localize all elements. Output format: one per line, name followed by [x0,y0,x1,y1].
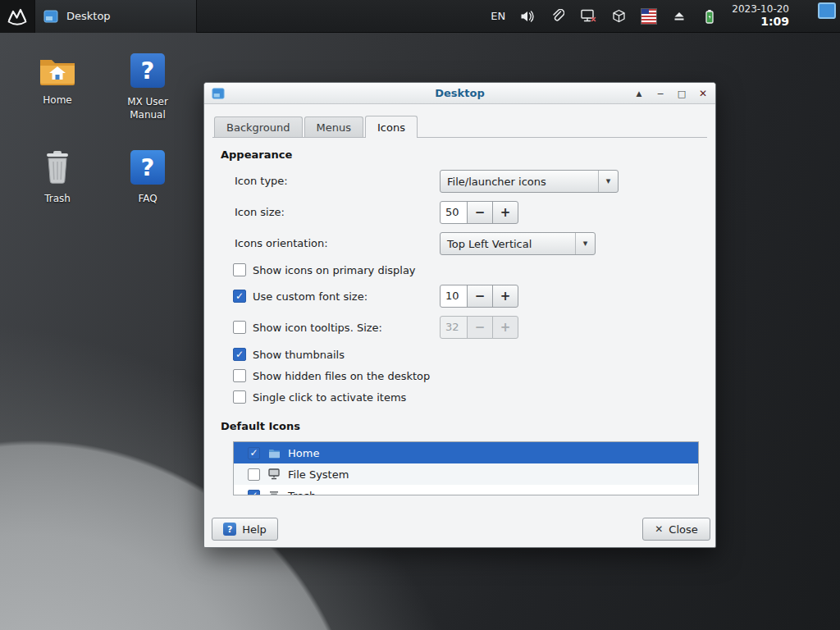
font-size-increase-button[interactable]: + [492,285,518,308]
desktop-settings-window: Desktop ▲ − □ ✕ Background Menus Icons A… [203,82,716,548]
icon-size-increase-button[interactable]: + [492,201,518,224]
mx-logo-icon [7,6,28,27]
list-item-file-system[interactable]: File System [234,463,698,485]
system-tray: EN [491,0,840,33]
desktop-icon-label: FAQ [138,193,157,206]
icon-size-decrease-button[interactable]: − [467,201,493,224]
tab-icons[interactable]: Icons [365,116,418,138]
file-system-icon [267,468,281,481]
icon-type-value: File/launcher icons [441,176,598,188]
icon-size-label: Icon size: [235,201,285,224]
list-item-label: File System [288,468,349,481]
icon-type-dropdown[interactable]: File/launcher icons ▾ [440,170,619,193]
tooltip-size-increase-button: + [492,316,518,339]
desktop-icon-label: Trash [44,193,71,206]
icon-size-spinbox: 50 − + [440,201,518,224]
eject-icon[interactable] [671,8,687,25]
list-item-trash[interactable]: ✓ Trash [234,485,698,495]
mx-logo-menu-button[interactable] [0,0,34,33]
clock[interactable]: 2023-10-20 1:09 [732,4,789,29]
checkbox-show-icons-primary-display[interactable]: Show icons on primary display [233,262,416,277]
list-item-label: Home [288,447,319,459]
help-button[interactable]: ? Help [212,518,278,541]
svg-text:?: ? [141,57,155,84]
close-window-button[interactable]: ✕ [696,86,710,101]
home-folder-icon [39,56,76,87]
chevron-down-icon: ▾ [598,171,618,192]
battery-icon[interactable] [701,8,718,25]
list-item-label: Trash [288,490,316,496]
tooltip-size-spinbox-disabled: 32 − + [440,316,518,339]
home-folder-icon [267,446,281,459]
desktop-icon-label: Home [43,94,71,107]
icon-size-value[interactable]: 50 [440,201,468,224]
checkbox-single-click-activate[interactable]: Single click to activate items [233,390,406,404]
font-size-decrease-button[interactable]: − [467,285,493,308]
window-icon [43,9,58,24]
font-size-spinbox: 10 − + [440,285,518,308]
dialog-titlebar[interactable]: Desktop ▲ − □ ✕ [204,83,715,104]
desktop-screen: Desktop EN [0,0,840,630]
checkbox-use-custom-font-size[interactable]: ✓ Use custom font size: [233,289,368,304]
appearance-heading: Appearance [221,148,292,161]
list-item-home[interactable]: ✓ Home [234,442,698,463]
checkbox-show-icon-tooltips[interactable]: Show icon tooltips. Size: [233,320,382,335]
desktop-icon-mx-user-manual[interactable]: ? MX User Manual [108,52,187,121]
desktop-icon-trash[interactable]: Trash [18,149,97,206]
default-icons-heading: Default Icons [221,420,300,432]
desktop-icon-faq[interactable]: ? FAQ [108,149,187,206]
taskbar-window-label: Desktop [66,10,111,22]
volume-icon[interactable] [519,8,536,25]
checkbox-checked-icon[interactable]: ✓ [248,490,260,496]
chevron-down-icon: ▾ [575,233,595,254]
icons-orientation-dropdown[interactable]: Top Left Vertical ▾ [440,232,596,255]
checkbox-unchecked-icon[interactable] [233,369,246,382]
taskbar-window-button[interactable]: Desktop [34,0,197,33]
tooltip-size-value: 32 [440,316,468,339]
desktop-icon-home[interactable]: Home [18,56,97,107]
icons-orientation-label: Icons orientation: [235,232,328,255]
checkbox-checked-icon[interactable]: ✓ [233,290,246,303]
keyboard-layout-indicator[interactable]: EN [491,10,505,22]
help-button-label: Help [242,523,267,536]
font-size-value[interactable]: 10 [440,285,468,308]
icons-orientation-value: Top Left Vertical [441,238,575,250]
close-button[interactable]: ✕ Close [642,518,710,541]
package-updates-icon[interactable] [610,8,627,25]
checkbox-unchecked-icon[interactable] [233,321,246,334]
desktop-icon-label: MX User Manual [116,96,179,121]
icon-type-label: Icon type: [235,170,288,193]
close-button-label: Close [669,523,697,536]
checkbox-show-hidden-files[interactable]: Show hidden files on the desktop [233,368,430,383]
faq-icon: ? [130,149,166,185]
time-label: 1:09 [732,15,789,28]
workspace-indicator[interactable] [818,2,836,19]
top-panel: Desktop EN [0,0,840,33]
tab-menus[interactable]: Menus [304,116,363,137]
titlebar-buttons: ▲ − □ ✕ [632,83,710,104]
minimize-button[interactable]: − [653,86,668,101]
maximize-button[interactable]: □ [674,86,689,101]
trash-icon [41,149,74,185]
display-settings-icon[interactable] [580,8,596,25]
date-label: 2023-10-20 [732,4,789,16]
default-icons-list: ✓ Home File System [233,441,699,495]
checkbox-unchecked-icon[interactable] [233,390,246,404]
checkbox-checked-icon[interactable]: ✓ [248,447,260,459]
checkbox-show-thumbnails[interactable]: ✓ Show thumbnails [233,347,345,362]
close-icon: ✕ [655,523,663,535]
tooltip-size-decrease-button: − [467,316,493,339]
us-flag-icon[interactable] [641,8,657,25]
shade-button[interactable]: ▲ [632,86,646,101]
checkbox-checked-icon[interactable]: ✓ [233,348,246,361]
clipboard-manager-icon[interactable] [550,8,566,25]
help-icon: ? [223,523,236,536]
trash-icon [267,489,281,495]
manual-icon: ? [130,52,166,89]
checkbox-unchecked-icon[interactable] [233,263,246,276]
checkbox-unchecked-icon[interactable] [248,468,260,481]
svg-text:?: ? [141,153,155,181]
tab-background[interactable]: Background [214,116,303,137]
tab-bar: Background Menus Icons [212,116,707,138]
